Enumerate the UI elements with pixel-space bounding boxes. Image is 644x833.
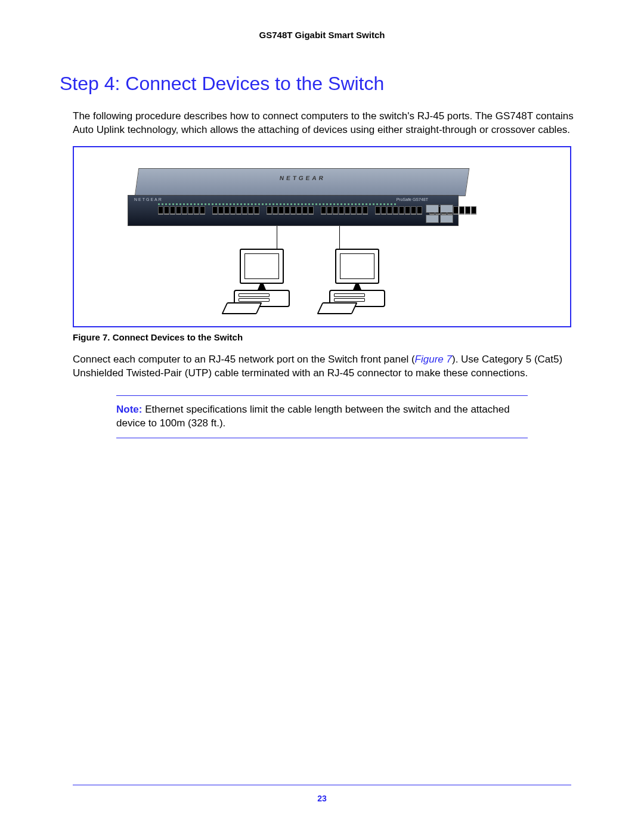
switch-brand-top: NETGEAR — [137, 175, 468, 181]
switch-front-panel: NETGEAR ProSafe GS748T — [128, 195, 459, 226]
switch-model-label: ProSafe GS748T — [397, 197, 428, 202]
section-heading: Step 4: Connect Devices to the Switch — [60, 73, 584, 95]
intro-paragraph: The following procedure describes how to… — [73, 110, 584, 137]
computer-icon — [324, 249, 390, 307]
note-block: Note: Ethernet specifications limit the … — [116, 395, 528, 438]
note-text: Ethernet specifications limit the cable … — [116, 404, 510, 429]
para-text: Connect each computer to an RJ-45 networ… — [73, 354, 415, 365]
switch-illustration: NETGEAR NETGEAR ProSafe GS748T — [128, 168, 467, 228]
page-number: 23 — [0, 794, 644, 803]
note-label: Note: — [116, 404, 142, 415]
figure-frame: NETGEAR NETGEAR ProSafe GS748T — [73, 146, 571, 327]
led-strip-icon — [158, 203, 397, 205]
footer-divider — [73, 785, 571, 785]
figure-reference-link[interactable]: Figure 7 — [415, 354, 452, 365]
computer-icon — [229, 249, 295, 307]
sfp-slots-icon — [425, 205, 453, 223]
switch-top-panel: NETGEAR — [135, 168, 470, 196]
instruction-paragraph: Connect each computer to an RJ-45 networ… — [73, 353, 584, 380]
figure-caption: Figure 7. Connect Devices to the Switch — [73, 332, 584, 342]
document-header: GS748T Gigabit Smart Switch — [60, 30, 584, 40]
switch-brand-front: NETGEAR — [134, 197, 163, 202]
page: GS748T Gigabit Smart Switch Step 4: Conn… — [0, 0, 644, 833]
